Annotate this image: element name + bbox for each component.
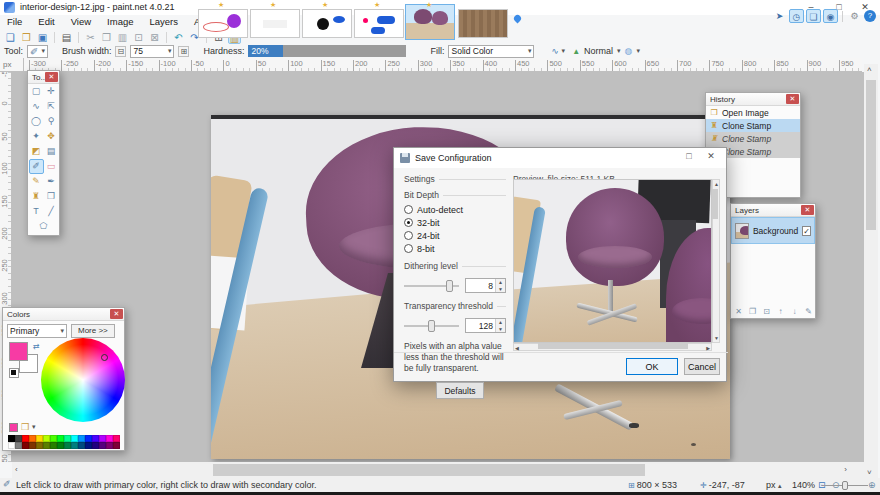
palette-color-swatch[interactable] xyxy=(78,435,85,442)
radio-24-bit[interactable] xyxy=(404,231,413,240)
tool-move-selection[interactable]: ⇱ xyxy=(44,99,59,114)
open-file-icon[interactable]: ❒ xyxy=(20,31,33,44)
history-panel-toggle[interactable]: ◷ xyxy=(789,9,804,23)
palette-color-swatch[interactable] xyxy=(57,442,64,449)
layer-visibility-checkbox[interactable]: ✓ xyxy=(802,226,811,236)
layers-panel-title[interactable]: Layers ✕ xyxy=(731,204,815,217)
tool-move-selected-pixels[interactable]: ✛ xyxy=(44,84,59,99)
open-image-thumbnail-sketch-purple-blob[interactable] xyxy=(198,9,248,38)
palette-color-swatch[interactable] xyxy=(92,435,99,442)
preview-vertical-scrollbar[interactable]: ▲ ▼ xyxy=(712,179,720,343)
bit-depth-option[interactable]: Auto-detect xyxy=(404,203,506,216)
color-wheel[interactable] xyxy=(41,338,125,422)
cancel-button[interactable]: Cancel xyxy=(684,358,720,375)
preview-horizontal-scrollbar[interactable]: ◀ ▶ xyxy=(513,343,712,351)
brush-width-increase-button[interactable]: ⊞ xyxy=(178,46,189,57)
ok-button[interactable]: OK xyxy=(626,358,678,375)
open-image-thumbnail-wood-texture[interactable] xyxy=(458,9,508,38)
tool-rectangle-select[interactable]: ▢ xyxy=(29,84,44,99)
palette-color-swatch[interactable] xyxy=(113,435,120,442)
deselect-icon[interactable]: ⊠ xyxy=(148,31,161,44)
colors-panel-title[interactable]: Colors ✕ xyxy=(3,308,124,321)
crop-icon[interactable]: ⊡ xyxy=(132,31,145,44)
radio-auto-detect[interactable] xyxy=(404,205,413,214)
bit-depth-option[interactable]: 24-bit xyxy=(404,229,506,242)
palette-color-swatch[interactable] xyxy=(50,435,57,442)
palette-color-swatch[interactable] xyxy=(106,442,113,449)
canvas-vertical-scrollbar[interactable]: ˄ ˅ xyxy=(864,64,878,478)
palette-icon[interactable]: ❒ xyxy=(21,422,29,432)
defaults-button[interactable]: Defaults xyxy=(436,382,484,399)
radio-8-bit[interactable] xyxy=(404,244,413,253)
brush-width-decrease-button[interactable]: ⊟ xyxy=(115,46,126,57)
palette-color-swatch[interactable] xyxy=(113,442,120,449)
tool-shapes[interactable]: ⬠ xyxy=(29,219,59,234)
delete-layer-icon[interactable]: ✕ xyxy=(733,306,744,317)
tool-zoom[interactable]: ⚲ xyxy=(44,114,59,129)
colors-panel-toggle[interactable]: ◉ xyxy=(823,9,838,23)
history-panel-title[interactable]: History ✕ xyxy=(706,93,800,106)
open-image-thumbnail-sketch-black-dot[interactable] xyxy=(302,9,352,38)
tool-paint-bucket[interactable]: ◩ xyxy=(29,144,44,159)
tool-pan[interactable]: ✥ xyxy=(44,129,59,144)
menu-edit[interactable]: Edit xyxy=(35,15,57,29)
bit-depth-option[interactable]: 8-bit xyxy=(404,242,506,255)
palette-color-swatch[interactable] xyxy=(64,435,71,442)
dialog-maximize-button[interactable]: □ xyxy=(678,151,700,165)
palette-color-swatch[interactable] xyxy=(78,442,85,449)
dithering-spinner[interactable]: 8 ▲▼ xyxy=(465,278,506,293)
horizontal-scroll-thumb[interactable] xyxy=(213,464,645,476)
move-layer-down-icon[interactable]: ↓ xyxy=(789,306,800,317)
help-icon[interactable]: ? xyxy=(864,10,876,22)
close-icon[interactable]: ✕ xyxy=(45,72,58,82)
menu-layers[interactable]: Layers xyxy=(147,15,182,29)
layers-panel-toggle[interactable]: ❏ xyxy=(806,9,821,23)
tool-color-picker[interactable]: ✒ xyxy=(44,174,59,189)
palette-color-swatch[interactable] xyxy=(36,435,43,442)
tool-magic-wand[interactable]: ✦ xyxy=(29,129,44,144)
copy-icon[interactable]: ❐ xyxy=(100,31,113,44)
palette-color-swatch[interactable] xyxy=(22,435,29,442)
history-item[interactable]: ♜Clone Stamp xyxy=(706,119,800,132)
print-icon[interactable]: ▤ xyxy=(60,31,73,44)
dialog-title-bar[interactable]: Save Configuration □ ✕ xyxy=(394,148,726,168)
menu-image[interactable]: Image xyxy=(104,15,136,29)
layer-row-background[interactable]: Background ✓ xyxy=(731,217,815,244)
palette-color-swatch[interactable] xyxy=(15,442,22,449)
palette-color-swatch[interactable] xyxy=(85,442,92,449)
reset-colors-icon[interactable] xyxy=(9,368,19,378)
tool-line-curve[interactable]: ╱ xyxy=(44,204,59,219)
palette-color-swatch[interactable] xyxy=(71,442,78,449)
dialog-close-button[interactable]: ✕ xyxy=(700,151,722,165)
settings-gear-icon[interactable]: ⚙ xyxy=(847,9,862,23)
close-icon[interactable]: ✕ xyxy=(801,205,814,215)
bit-depth-option[interactable]: 32-bit xyxy=(404,216,506,229)
brush-width-select[interactable]: 75▾ xyxy=(130,45,174,58)
undo-icon[interactable]: ↶ xyxy=(172,31,185,44)
palette-color-swatch[interactable] xyxy=(106,435,113,442)
blend-extra-icon[interactable]: ◍ xyxy=(625,46,633,56)
swap-colors-icon[interactable]: ⇄ xyxy=(33,342,40,351)
palette-color-swatch[interactable] xyxy=(99,442,106,449)
palette-color-swatch[interactable] xyxy=(15,435,22,442)
tool-text[interactable]: T xyxy=(29,204,44,219)
merge-down-icon[interactable]: ⊡ xyxy=(761,306,772,317)
open-image-thumbnail-interior-photo[interactable] xyxy=(405,4,455,40)
vertical-scroll-thumb[interactable] xyxy=(866,80,876,230)
open-image-thumbnail-sketch-blue-blobs[interactable] xyxy=(354,9,404,38)
curve-style-select[interactable]: ∿▾ xyxy=(548,45,568,58)
move-layer-up-icon[interactable]: ↑ xyxy=(775,306,786,317)
history-item[interactable]: ❒Open Image xyxy=(706,106,800,119)
palette-color-swatch[interactable] xyxy=(85,435,92,442)
palette-color-swatch[interactable] xyxy=(8,442,15,449)
duplicate-layer-icon[interactable]: ❐ xyxy=(747,306,758,317)
tool-pencil[interactable]: ✎ xyxy=(29,174,44,189)
close-icon[interactable]: ✕ xyxy=(786,94,799,104)
palette-color-swatch[interactable] xyxy=(22,442,29,449)
close-icon[interactable]: ✕ xyxy=(110,309,123,319)
tool-selector[interactable]: ✐▾ xyxy=(27,45,48,58)
paste-icon[interactable]: ▥ xyxy=(116,31,129,44)
palette-color-swatch[interactable] xyxy=(29,442,36,449)
tool-eraser[interactable]: ▭ xyxy=(44,159,59,174)
palette-color-swatch[interactable] xyxy=(57,435,64,442)
